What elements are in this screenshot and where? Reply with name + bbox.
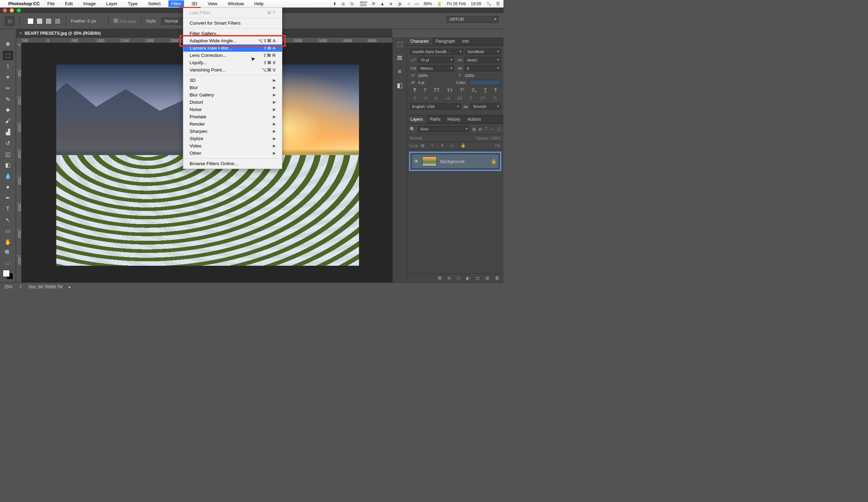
battery-icon[interactable]: 🔋 [437,1,442,6]
oldstyle-icon[interactable]: 𝒪 [424,95,427,101]
zoom-tool-icon[interactable]: 🔍 [3,248,13,258]
feather-input[interactable] [87,18,103,24]
baseline-shift[interactable]: 0 pt [418,80,424,85]
tab-actions[interactable]: Actions [464,116,484,124]
zoom-level[interactable]: 25% [4,284,12,289]
export-icon[interactable]: ⇪ [19,284,22,289]
quick-select-tool-icon[interactable]: ✶ [3,73,13,82]
eraser-tool-icon[interactable]: ◫ [3,149,13,159]
layer-background[interactable]: 👁 Background 🔒 [412,154,499,168]
menu-3d[interactable]: 3D [189,0,200,7]
stamp-tool-icon[interactable]: ▟ [3,127,13,137]
submenu-distort[interactable]: Distort▶ [183,99,282,106]
tab-info[interactable]: Info [459,37,473,45]
color-swatches[interactable] [3,270,13,280]
submenu-stylize[interactable]: Stylize▶ [183,135,282,142]
bold-icon[interactable]: T [413,87,416,93]
menu-layer[interactable]: Layer [103,0,120,7]
status-arrow-icon[interactable]: ▸ [69,284,71,289]
anti-alias-select[interactable]: Smooth [470,103,501,110]
menu-icon[interactable]: ☰ [496,1,500,6]
kerning-select[interactable]: Metrics [418,65,454,71]
menu-file[interactable]: File [44,0,57,7]
display-icon[interactable]: ▭ [415,1,419,6]
lock-icon[interactable]: 🔒 [491,159,496,164]
subscript-icon[interactable]: T₁ [471,87,477,93]
dropbox-icon[interactable]: ⬇ [333,1,336,6]
vertical-scale[interactable]: 100% [418,74,428,78]
underline-icon[interactable]: T [484,87,487,93]
type-tool-icon[interactable]: T [3,204,13,214]
layer-thumbnail[interactable] [422,156,437,166]
font-size-select[interactable]: 70 pt [418,57,454,63]
gradient-tool-icon[interactable]: ◧ [3,160,13,170]
font-weight-select[interactable]: SemiBold [465,49,501,55]
app-name[interactable]: Photoshop CC [8,1,40,6]
doc-size[interactable]: Doc: 68.7M/68.7M [28,284,62,289]
eyedropper-tool-icon[interactable]: ✎ [3,94,13,104]
leading-select[interactable]: (Auto) [465,57,501,63]
move-tool-icon[interactable]: ✥ [3,40,13,49]
menu-filter-gallery[interactable]: Filter Gallery... [183,30,282,37]
menu-lens-correction[interactable]: Lens Correction...⇧⌘ R [183,52,282,59]
panel-brush-icon[interactable]: 𝌇 [397,54,402,62]
titling-icon[interactable]: ād [457,95,462,101]
menu-select[interactable]: Select [145,0,163,7]
edit-toolbar-icon[interactable]: ⋯ [3,259,13,269]
language-select[interactable]: English: USA [410,103,461,110]
foreground-color[interactable] [3,270,10,277]
filter-adjustment-icon[interactable]: ◐ [479,127,482,131]
filter-shape-icon[interactable]: ▭ [490,127,494,131]
submenu-blur[interactable]: Blur▶ [183,84,282,91]
layer-name[interactable]: Background [440,159,464,164]
layer-mask-icon[interactable]: ◻ [457,275,460,281]
document-tab[interactable]: BEART PRESETS.jpg @ 25% (RGB/8#) [25,31,101,36]
healing-tool-icon[interactable]: ✚ [3,105,13,115]
submenu-sharpen[interactable]: Sharpen▶ [183,128,282,135]
lasso-tool-icon[interactable]: ⌇ [3,61,13,71]
allcaps-icon[interactable]: TT [434,87,440,93]
dodge-tool-icon[interactable]: ● [3,182,13,192]
selection-add-icon[interactable] [36,18,43,24]
memory-indicator[interactable]: MEM 90% [360,1,367,7]
visibility-toggle-icon[interactable]: 👁 [414,159,419,164]
menu-convert-smart[interactable]: Convert for Smart Filters [183,19,282,27]
menu-image[interactable]: Image [81,0,99,7]
new-group-icon[interactable]: 🗀 [475,275,480,281]
new-layer-icon[interactable]: ⊞ [485,275,489,281]
pen-tool-icon[interactable]: ✒ [3,193,13,203]
path-select-tool-icon[interactable]: ↖ [3,215,13,225]
submenu-3d[interactable]: 3D▶ [183,77,282,84]
creative-cloud-icon[interactable]: ◎ [341,1,345,6]
fractions-icon[interactable]: 1ˢᵗ [480,95,485,101]
menu-view[interactable]: View [205,0,220,7]
panel-styles-icon[interactable]: ◧ [397,82,403,89]
submenu-video[interactable]: Video▶ [183,142,282,150]
tracking-select[interactable]: 0 [465,65,501,71]
stylistic-icon[interactable]: st [434,95,437,101]
wifi-icon[interactable]: ⎍ [408,1,410,6]
ligature-icon[interactable]: fi [414,95,417,101]
filter-type-icon[interactable]: T [485,127,487,131]
date[interactable]: Fri 26 Feb [447,1,466,6]
menu-vanishing-point[interactable]: Vanishing Point...⌥⌘ V [183,66,282,74]
menu-edit[interactable]: Edit [62,0,75,7]
strikethrough-icon[interactable]: Ŧ [494,87,497,93]
time[interactable]: 19:09 [471,1,481,6]
filter-smart-icon[interactable]: ◫ [497,127,501,131]
menu-window[interactable]: Window [225,0,247,7]
submenu-other[interactable]: Other▶ [183,150,282,157]
tab-paragraph[interactable]: Paragraph [432,37,459,45]
submenu-render[interactable]: Render▶ [183,120,282,128]
workspace-select[interactable]: ARTUR [446,16,499,23]
history-brush-tool-icon[interactable]: ↺ [3,138,13,148]
menu-liquify[interactable]: Liquify...⇧⌘ X [183,59,282,66]
tab-layers[interactable]: Layers [407,116,426,124]
smallcaps-icon[interactable]: Tᴛ [447,87,453,93]
current-tool-icon[interactable]: ◻ [5,16,15,26]
layer-style-icon[interactable]: fx [448,275,451,281]
notification-icon[interactable]: ▲ [380,1,384,6]
new-fill-icon[interactable]: ◐ [466,275,470,281]
submenu-pixelate[interactable]: Pixelate▶ [183,113,282,120]
menu-filter[interactable]: Filter [168,0,184,7]
